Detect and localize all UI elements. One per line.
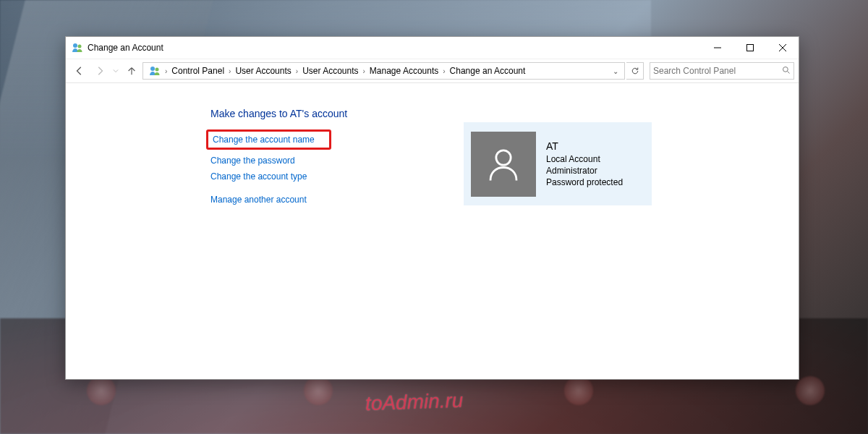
change-account-type-link[interactable]: Change the account type bbox=[210, 171, 307, 182]
user-avatar-icon bbox=[471, 132, 536, 197]
change-account-name-link[interactable]: Change the account name bbox=[213, 135, 315, 145]
navigation-bar: › Control Panel › User Accounts › User A… bbox=[66, 59, 799, 83]
account-role: Administrator bbox=[546, 165, 623, 176]
user-accounts-icon bbox=[149, 65, 161, 77]
svg-line-9 bbox=[788, 71, 790, 73]
svg-point-0 bbox=[73, 43, 77, 48]
manage-another-account-link[interactable]: Manage another account bbox=[210, 195, 307, 205]
background-decor bbox=[564, 376, 593, 405]
background-decor bbox=[304, 376, 333, 405]
svg-point-6 bbox=[150, 67, 155, 71]
chevron-right-icon[interactable]: › bbox=[227, 67, 232, 75]
content-area: Make changes to AT's account Change the … bbox=[66, 83, 799, 379]
chevron-right-icon[interactable]: › bbox=[362, 67, 367, 75]
background-decor bbox=[87, 376, 116, 405]
back-button[interactable] bbox=[70, 61, 89, 80]
titlebar[interactable]: Change an Account bbox=[66, 37, 799, 59]
address-bar[interactable]: › Control Panel › User Accounts › User A… bbox=[142, 62, 625, 80]
svg-point-1 bbox=[78, 45, 82, 48]
change-password-link[interactable]: Change the password bbox=[210, 156, 295, 166]
chevron-right-icon[interactable]: › bbox=[163, 67, 169, 75]
account-card[interactable]: AT Local Account Administrator Password … bbox=[464, 122, 652, 205]
chevron-down-icon[interactable]: ⌄ bbox=[613, 67, 621, 75]
search-input[interactable] bbox=[653, 66, 782, 76]
breadcrumb-item[interactable]: Manage Accounts bbox=[367, 66, 441, 76]
breadcrumb-item[interactable]: User Accounts bbox=[299, 66, 361, 76]
close-button[interactable] bbox=[766, 37, 799, 59]
watermark-text: toAdmin.ru bbox=[365, 389, 463, 416]
control-panel-window: Change an Account bbox=[65, 36, 799, 380]
page-heading: Make changes to AT's account bbox=[210, 108, 427, 119]
refresh-button[interactable] bbox=[626, 62, 644, 80]
breadcrumb-item[interactable]: Control Panel bbox=[169, 66, 227, 76]
svg-point-10 bbox=[496, 150, 511, 164]
forward-button[interactable] bbox=[90, 61, 109, 80]
up-button[interactable] bbox=[122, 61, 141, 80]
search-icon[interactable] bbox=[782, 66, 791, 77]
chevron-right-icon[interactable]: › bbox=[441, 67, 446, 75]
svg-point-7 bbox=[156, 68, 159, 72]
minimize-button[interactable] bbox=[701, 37, 733, 59]
chevron-right-icon[interactable]: › bbox=[294, 67, 299, 75]
search-box[interactable] bbox=[650, 62, 794, 80]
background-decor bbox=[796, 376, 825, 405]
account-name: AT bbox=[546, 140, 623, 153]
annotation-highlight: Change the account name bbox=[206, 129, 331, 150]
breadcrumb-item[interactable]: User Accounts bbox=[232, 66, 294, 76]
window-title: Change an Account bbox=[88, 43, 163, 53]
user-accounts-icon bbox=[72, 42, 83, 54]
breadcrumb-item[interactable]: Change an Account bbox=[447, 66, 529, 76]
svg-rect-3 bbox=[746, 45, 753, 51]
account-type: Local Account bbox=[546, 153, 623, 165]
account-protection: Password protected bbox=[546, 176, 623, 188]
svg-point-8 bbox=[783, 67, 788, 72]
maximize-button[interactable] bbox=[733, 37, 766, 59]
recent-locations-chevron[interactable] bbox=[111, 61, 121, 80]
